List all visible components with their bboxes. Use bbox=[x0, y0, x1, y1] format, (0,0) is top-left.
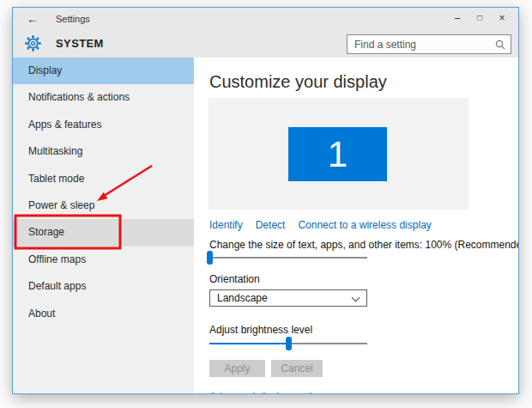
scale-label: Change the size of text, apps, and other… bbox=[209, 239, 519, 251]
section-heading: Customize your display bbox=[209, 72, 387, 92]
wireless-display-link[interactable]: Connect to a wireless display bbox=[298, 219, 431, 231]
minimize-button[interactable]: – bbox=[446, 10, 469, 26]
sidebar-item-default-apps[interactable]: Default apps bbox=[13, 273, 194, 300]
chevron-down-icon bbox=[352, 294, 360, 302]
sidebar-item-tablet-mode[interactable]: Tablet mode bbox=[13, 166, 194, 192]
advanced-display-settings-link[interactable]: Advanced display settings bbox=[209, 391, 329, 394]
sidebar-item-offline-maps[interactable]: Offline maps bbox=[13, 247, 194, 273]
cancel-button[interactable]: Cancel bbox=[271, 360, 323, 377]
brightness-label: Adjust brightness level bbox=[209, 324, 312, 336]
orientation-dropdown[interactable]: Landscape bbox=[209, 289, 367, 307]
main-content: Customize your display 1 Identify Detect… bbox=[194, 58, 518, 393]
display-links: Identify Detect Connect to a wireless di… bbox=[209, 219, 432, 231]
sidebar-item-about[interactable]: About bbox=[13, 301, 194, 327]
page-title: SYSTEM bbox=[56, 37, 104, 50]
sidebar-item-apps-features[interactable]: Apps & features bbox=[13, 112, 194, 138]
sidebar-item-notifications[interactable]: Notifications & actions bbox=[13, 84, 194, 111]
brightness-slider-thumb[interactable] bbox=[286, 337, 292, 350]
sidebar-item-display[interactable]: Display bbox=[13, 58, 194, 84]
search-box[interactable] bbox=[347, 34, 511, 54]
page-header: SYSTEM bbox=[13, 32, 518, 58]
back-icon[interactable]: ← bbox=[27, 12, 39, 26]
detect-link[interactable]: Detect bbox=[256, 219, 286, 231]
orientation-label: Orientation bbox=[209, 273, 260, 285]
sidebar: Display Notifications & actions Apps & f… bbox=[13, 58, 194, 393]
close-button[interactable]: × bbox=[491, 10, 513, 26]
settings-window: ← Settings – □ × bbox=[12, 7, 519, 394]
maximize-button[interactable]: □ bbox=[469, 10, 491, 26]
apply-button[interactable]: Apply bbox=[209, 360, 265, 377]
sidebar-item-power-sleep[interactable]: Power & sleep bbox=[13, 192, 194, 219]
identify-link[interactable]: Identify bbox=[209, 219, 243, 231]
search-icon[interactable] bbox=[494, 39, 506, 51]
display-preview: 1 bbox=[209, 98, 469, 210]
window-title: Settings bbox=[56, 14, 90, 24]
search-input[interactable] bbox=[348, 35, 511, 53]
titlebar: ← Settings – □ × bbox=[13, 8, 518, 32]
brightness-slider-fill bbox=[209, 343, 288, 344]
scale-slider[interactable] bbox=[209, 251, 367, 265]
gear-icon bbox=[24, 34, 42, 52]
monitor-1[interactable]: 1 bbox=[288, 127, 387, 181]
sidebar-item-multitasking[interactable]: Multitasking bbox=[13, 138, 194, 165]
brightness-slider[interactable] bbox=[209, 337, 367, 350]
monitor-number: 1 bbox=[328, 134, 348, 175]
scale-slider-track[interactable] bbox=[209, 257, 367, 259]
orientation-value: Landscape bbox=[217, 290, 268, 307]
scale-slider-thumb[interactable] bbox=[207, 251, 213, 265]
sidebar-item-storage[interactable]: Storage bbox=[13, 219, 194, 246]
